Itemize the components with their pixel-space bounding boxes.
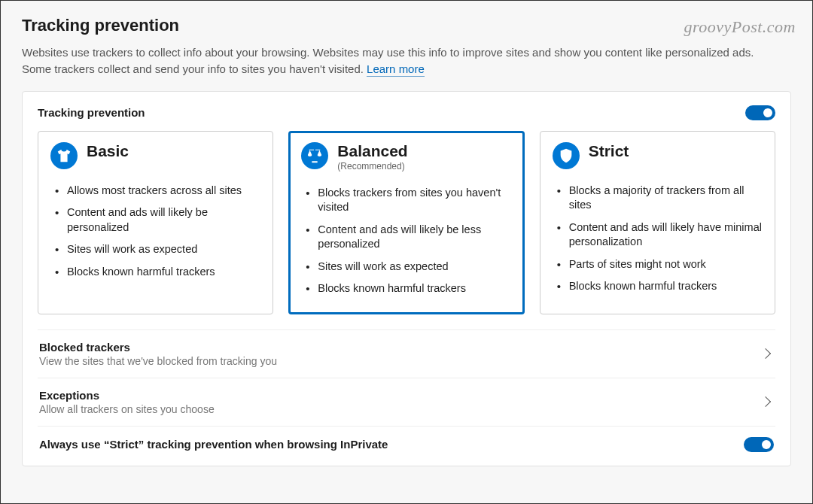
learn-more-link[interactable]: Learn more bbox=[367, 62, 425, 77]
blocked-trackers-row[interactable]: Blocked trackers View the sites that we'… bbox=[38, 329, 775, 378]
chevron-right-icon bbox=[760, 396, 771, 407]
option-title: Balanced bbox=[337, 142, 407, 159]
option-bullets: Blocks trackers from sites you haven't v… bbox=[301, 182, 511, 300]
page-description: Websites use trackers to collect info ab… bbox=[22, 44, 760, 77]
level-options: Basic Allows most trackers across all si… bbox=[38, 131, 775, 314]
inprivate-strict-row: Always use “Strict” tracking prevention … bbox=[38, 426, 775, 463]
option-title-block: Strict bbox=[589, 142, 629, 159]
option-title: Basic bbox=[87, 142, 129, 159]
row-text: Blocked trackers View the sites that we'… bbox=[39, 341, 277, 367]
option-subtitle: (Recommended) bbox=[337, 161, 407, 172]
bullet: Blocks trackers from sites you haven't v… bbox=[304, 182, 511, 219]
bullet: Blocks known harmful trackers bbox=[304, 278, 511, 300]
option-head: Balanced (Recommended) bbox=[301, 142, 511, 172]
bullet: Content and ads will likely have minimal… bbox=[556, 217, 763, 254]
shield-icon bbox=[553, 142, 580, 169]
row-title: Always use “Strict” tracking prevention … bbox=[39, 438, 388, 451]
bullet: Parts of sites might not work bbox=[556, 254, 763, 276]
option-title-block: Basic bbox=[87, 142, 129, 159]
option-bullets: Blocks a majority of trackers from all s… bbox=[553, 180, 763, 298]
option-balanced[interactable]: Balanced (Recommended) Blocks trackers f… bbox=[288, 131, 524, 314]
bullet: Content and ads will likely be less pers… bbox=[304, 219, 511, 256]
exceptions-row[interactable]: Exceptions Allow all trackers on sites y… bbox=[38, 378, 775, 426]
card-header: Tracking prevention bbox=[38, 105, 775, 120]
bullet: Blocks a majority of trackers from all s… bbox=[556, 180, 763, 217]
row-title: Blocked trackers bbox=[39, 341, 277, 354]
scales-icon bbox=[301, 142, 328, 169]
card-title: Tracking prevention bbox=[38, 106, 145, 119]
inprivate-strict-toggle[interactable] bbox=[744, 437, 774, 452]
bullet: Sites will work as expected bbox=[304, 256, 511, 278]
row-subtitle: View the sites that we've blocked from t… bbox=[39, 355, 277, 367]
watermark: groovyPost.com bbox=[684, 17, 796, 37]
option-head: Strict bbox=[553, 142, 763, 169]
option-bullets: Allows most trackers across all sites Co… bbox=[50, 180, 260, 284]
page-title: Tracking prevention bbox=[22, 16, 791, 35]
bullet: Allows most trackers across all sites bbox=[53, 180, 260, 202]
chevron-right-icon bbox=[760, 348, 771, 359]
option-title: Strict bbox=[589, 142, 629, 159]
bullet: Blocks known harmful trackers bbox=[53, 261, 260, 284]
option-basic[interactable]: Basic Allows most trackers across all si… bbox=[38, 131, 273, 314]
bullet: Content and ads will likely be personali… bbox=[53, 202, 260, 238]
bullet: Sites will work as expected bbox=[53, 238, 260, 261]
row-subtitle: Allow all trackers on sites you choose bbox=[39, 403, 215, 415]
row-text: Always use “Strict” tracking prevention … bbox=[39, 438, 388, 451]
bullet: Blocks known harmful trackers bbox=[556, 275, 763, 298]
option-strict[interactable]: Strict Blocks a majority of trackers fro… bbox=[540, 131, 775, 314]
tshirt-icon bbox=[50, 142, 78, 169]
option-title-block: Balanced (Recommended) bbox=[337, 142, 407, 172]
option-head: Basic bbox=[50, 142, 260, 169]
row-text: Exceptions Allow all trackers on sites y… bbox=[39, 389, 215, 415]
settings-page: Tracking prevention Websites use tracker… bbox=[1, 1, 812, 466]
tracking-prevention-card: Tracking prevention Basic Allows most tr… bbox=[22, 91, 791, 466]
tracking-prevention-toggle[interactable] bbox=[745, 105, 775, 120]
row-title: Exceptions bbox=[39, 389, 215, 402]
